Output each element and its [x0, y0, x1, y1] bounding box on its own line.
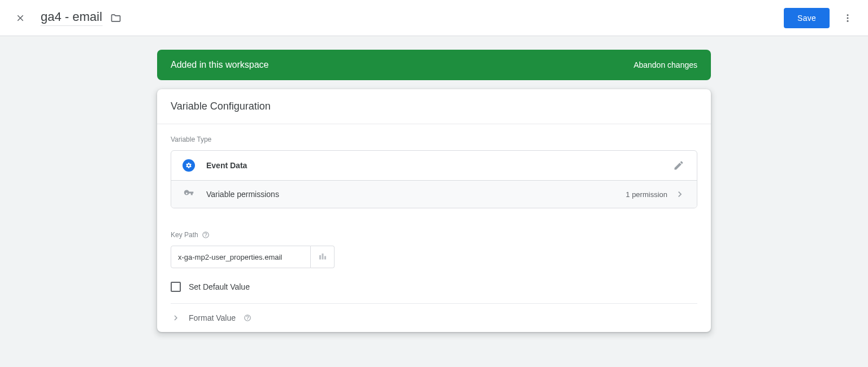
variable-picker-button[interactable]	[311, 246, 335, 268]
chevron-right-icon	[171, 313, 181, 323]
chevron-right-icon	[674, 189, 685, 200]
permissions-count: 1 permission	[626, 190, 667, 199]
default-value-checkbox[interactable]	[171, 282, 181, 292]
card-title: Variable Configuration	[157, 89, 711, 124]
svg-point-2	[847, 20, 849, 21]
help-icon[interactable]	[244, 314, 251, 322]
variable-type-box: Event Data Variable permissions 1 permis…	[171, 150, 697, 208]
variable-type-section: Variable Type Event Data	[157, 124, 711, 220]
variable-type-label: Variable Type	[171, 136, 697, 143]
default-value-label: Set Default Value	[189, 282, 250, 291]
format-value-label: Format Value	[189, 313, 236, 322]
default-value-row: Set Default Value	[171, 279, 697, 303]
close-icon	[15, 13, 25, 23]
svg-point-0	[847, 14, 849, 16]
pencil-icon	[673, 160, 684, 171]
gear-icon	[183, 159, 195, 172]
variable-type-row[interactable]: Event Data	[171, 151, 697, 181]
format-value-row[interactable]: Format Value	[157, 304, 711, 332]
svg-point-1	[847, 17, 849, 19]
help-icon[interactable]	[202, 231, 210, 239]
abandon-changes-button[interactable]: Abandon changes	[633, 60, 697, 69]
banner-message: Added in this workspace	[171, 60, 268, 70]
key-icon	[183, 189, 195, 199]
folder-icon	[110, 12, 121, 24]
key-path-label-text: Key Path	[171, 231, 198, 239]
folder-button[interactable]	[109, 11, 123, 25]
permissions-label: Variable permissions	[206, 190, 279, 199]
key-path-section: Key Path Set Default Value	[157, 220, 711, 303]
panel-wrap: Added in this workspace Abandon changes …	[157, 50, 711, 332]
key-path-input-group	[171, 246, 697, 268]
key-path-input[interactable]	[171, 246, 311, 268]
more-vert-icon	[843, 13, 853, 23]
block-icon	[318, 252, 328, 262]
variable-config-card: Variable Configuration Variable Type Eve…	[157, 89, 711, 332]
page-title[interactable]: ga4 - email	[41, 10, 102, 26]
header-bar: ga4 - email Save	[0, 0, 868, 36]
close-button[interactable]	[9, 7, 32, 29]
variable-permissions-row[interactable]: Variable permissions 1 permission	[171, 181, 697, 208]
variable-type-name: Event Data	[206, 161, 247, 170]
save-button[interactable]: Save	[784, 8, 830, 28]
content-area: Added in this workspace Abandon changes …	[0, 36, 868, 346]
key-path-label: Key Path	[171, 231, 697, 239]
workspace-banner: Added in this workspace Abandon changes	[157, 50, 711, 80]
more-menu-button[interactable]	[836, 7, 859, 29]
edit-type-button[interactable]	[672, 159, 685, 172]
